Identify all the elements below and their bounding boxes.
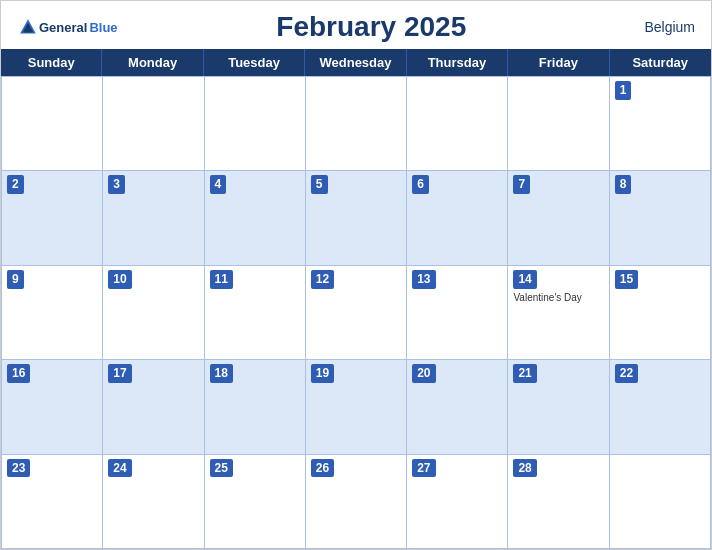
date-number: 14 bbox=[513, 270, 536, 289]
calendar-cell: 27 bbox=[407, 455, 508, 549]
date-number: 9 bbox=[7, 270, 24, 289]
calendar-cell bbox=[610, 455, 711, 549]
date-number: 15 bbox=[615, 270, 638, 289]
calendar-cell: 10 bbox=[103, 266, 204, 360]
calendar-cell: 18 bbox=[205, 360, 306, 454]
day-header-monday: Monday bbox=[102, 49, 203, 76]
date-number: 13 bbox=[412, 270, 435, 289]
calendar-cell bbox=[205, 77, 306, 171]
date-number: 21 bbox=[513, 364, 536, 383]
calendar-cell: 6 bbox=[407, 171, 508, 265]
date-number: 25 bbox=[210, 459, 233, 478]
date-number: 28 bbox=[513, 459, 536, 478]
calendar-cell: 1 bbox=[610, 77, 711, 171]
date-number: 19 bbox=[311, 364, 334, 383]
date-number: 10 bbox=[108, 270, 131, 289]
date-number: 27 bbox=[412, 459, 435, 478]
date-number: 4 bbox=[210, 175, 227, 194]
calendar-cell: 26 bbox=[306, 455, 407, 549]
date-number: 2 bbox=[7, 175, 24, 194]
day-header-tuesday: Tuesday bbox=[204, 49, 305, 76]
calendar-cell: 22 bbox=[610, 360, 711, 454]
calendar-cell: 7 bbox=[508, 171, 609, 265]
date-number: 5 bbox=[311, 175, 328, 194]
calendar-cell: 8 bbox=[610, 171, 711, 265]
day-header-wednesday: Wednesday bbox=[305, 49, 406, 76]
date-number: 8 bbox=[615, 175, 632, 194]
calendar-cell: 11 bbox=[205, 266, 306, 360]
calendar-cell: 2 bbox=[2, 171, 103, 265]
calendar-cell: 19 bbox=[306, 360, 407, 454]
title-area: February 2025 bbox=[118, 11, 625, 43]
date-number: 18 bbox=[210, 364, 233, 383]
calendar-cell: 9 bbox=[2, 266, 103, 360]
calendar-cell: 21 bbox=[508, 360, 609, 454]
date-number: 3 bbox=[108, 175, 125, 194]
date-number: 22 bbox=[615, 364, 638, 383]
calendar-cell: 4 bbox=[205, 171, 306, 265]
date-number: 6 bbox=[412, 175, 429, 194]
logo-area: General Blue bbox=[17, 18, 118, 36]
date-number: 11 bbox=[210, 270, 233, 289]
calendar-cell: 3 bbox=[103, 171, 204, 265]
logo-text: General Blue bbox=[17, 18, 118, 36]
days-header: SundayMondayTuesdayWednesdayThursdayFrid… bbox=[1, 49, 711, 76]
calendar-cell: 28 bbox=[508, 455, 609, 549]
calendar-cell: 15 bbox=[610, 266, 711, 360]
calendar-cell: 14Valentine's Day bbox=[508, 266, 609, 360]
logo-blue-text: Blue bbox=[89, 20, 117, 35]
date-number: 24 bbox=[108, 459, 131, 478]
calendar-cell: 13 bbox=[407, 266, 508, 360]
calendar-cell: 24 bbox=[103, 455, 204, 549]
date-number: 1 bbox=[615, 81, 632, 100]
calendar-cell: 5 bbox=[306, 171, 407, 265]
general-blue-logo-icon bbox=[19, 18, 37, 36]
calendar-cell: 25 bbox=[205, 455, 306, 549]
date-number: 20 bbox=[412, 364, 435, 383]
day-header-thursday: Thursday bbox=[407, 49, 508, 76]
calendar-cell: 17 bbox=[103, 360, 204, 454]
calendar-cell bbox=[407, 77, 508, 171]
country-label: Belgium bbox=[625, 19, 695, 35]
calendar-title: February 2025 bbox=[276, 11, 466, 42]
calendar-cell: 12 bbox=[306, 266, 407, 360]
date-number: 26 bbox=[311, 459, 334, 478]
calendar-cell bbox=[508, 77, 609, 171]
calendar-cell: 16 bbox=[2, 360, 103, 454]
day-header-friday: Friday bbox=[508, 49, 609, 76]
calendar-header: General Blue February 2025 Belgium bbox=[1, 1, 711, 49]
date-number: 23 bbox=[7, 459, 30, 478]
logo-general-text: General bbox=[39, 20, 87, 35]
calendar-grid: 1234567891011121314Valentine's Day151617… bbox=[1, 76, 711, 549]
date-number: 12 bbox=[311, 270, 334, 289]
calendar-cell bbox=[306, 77, 407, 171]
calendar-cell bbox=[103, 77, 204, 171]
date-number: 17 bbox=[108, 364, 131, 383]
calendar-container: General Blue February 2025 Belgium Sunda… bbox=[0, 0, 712, 550]
calendar-cell bbox=[2, 77, 103, 171]
day-header-saturday: Saturday bbox=[610, 49, 711, 76]
calendar-cell: 23 bbox=[2, 455, 103, 549]
date-number: 7 bbox=[513, 175, 530, 194]
event-label: Valentine's Day bbox=[513, 292, 603, 303]
calendar-cell: 20 bbox=[407, 360, 508, 454]
day-header-sunday: Sunday bbox=[1, 49, 102, 76]
date-number: 16 bbox=[7, 364, 30, 383]
